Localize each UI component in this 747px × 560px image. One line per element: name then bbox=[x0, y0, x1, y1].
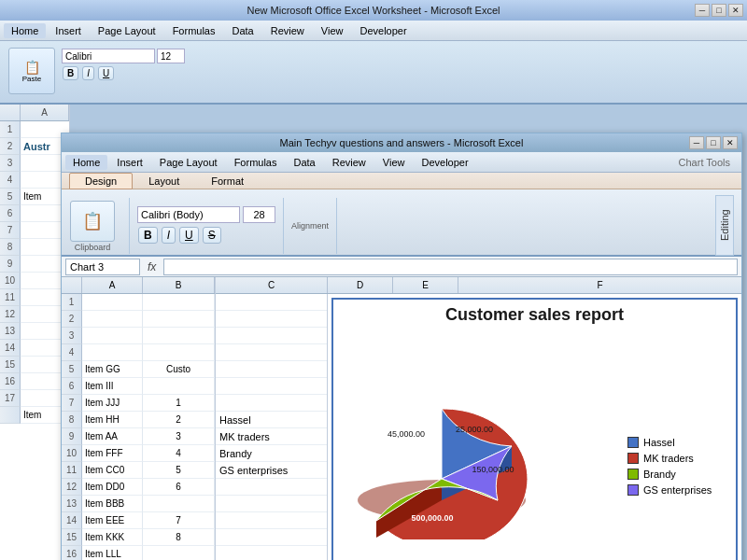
cell-b-5[interactable]: Custo bbox=[143, 361, 215, 378]
cell-c-10[interactable]: Brandy bbox=[216, 445, 327, 462]
chart-box[interactable]: Customer sales report bbox=[331, 298, 738, 560]
cell-a-3[interactable] bbox=[82, 328, 143, 344]
bg-font-name[interactable]: Calibri bbox=[62, 49, 155, 63]
cell-b-13[interactable] bbox=[143, 496, 215, 512]
bg-menu-view[interactable]: View bbox=[314, 23, 351, 38]
cell-a-1[interactable] bbox=[82, 294, 143, 311]
cell-c-3[interactable] bbox=[216, 328, 327, 344]
formula-input[interactable] bbox=[163, 259, 738, 275]
cell-a-5[interactable]: Item GG bbox=[82, 361, 143, 378]
cell-a-13[interactable]: Item BBB bbox=[82, 496, 143, 512]
cell-b-2[interactable] bbox=[143, 311, 215, 328]
bg-italic-btn[interactable]: I bbox=[82, 66, 94, 80]
row-num-14: 14 bbox=[62, 512, 82, 529]
cell-b-10[interactable]: 4 bbox=[143, 445, 215, 462]
inner-close-btn[interactable]: ✕ bbox=[723, 136, 738, 149]
chart-design-tab[interactable]: Design bbox=[69, 173, 133, 189]
font-size-box[interactable]: 28 bbox=[243, 206, 275, 223]
inner-menu-review[interactable]: Review bbox=[325, 155, 374, 170]
font-name-box[interactable]: Calibri (Body) bbox=[137, 206, 240, 223]
cell-c-12[interactable] bbox=[216, 479, 327, 496]
minimize-button[interactable]: ─ bbox=[695, 4, 710, 17]
cell-c-16[interactable] bbox=[216, 546, 327, 560]
cell-b-8[interactable]: 2 bbox=[143, 412, 215, 428]
cell-a-11[interactable]: Item CC0 bbox=[82, 462, 143, 479]
cell-c-1[interactable] bbox=[216, 294, 327, 311]
cell-c-14[interactable] bbox=[216, 512, 327, 529]
cell-a-10[interactable]: Item FFF bbox=[82, 445, 143, 462]
cell-b-11[interactable]: 5 bbox=[143, 462, 215, 479]
cell-c-6[interactable] bbox=[216, 378, 327, 395]
cell-a-6[interactable]: Item III bbox=[82, 378, 143, 395]
cell-c-7[interactable] bbox=[216, 395, 327, 412]
name-box[interactable]: Chart 3 bbox=[65, 259, 140, 275]
bg-menu-formulas[interactable]: Formulas bbox=[165, 23, 223, 38]
cell-c-2[interactable] bbox=[216, 311, 327, 328]
cell-a-14[interactable]: Item EEE bbox=[82, 512, 143, 529]
underline-btn[interactable]: U bbox=[179, 227, 199, 244]
bg-item-6: 6 bbox=[0, 205, 69, 222]
inner-maximize-btn[interactable]: □ bbox=[706, 136, 721, 149]
chart-layout-tab[interactable]: Layout bbox=[133, 173, 195, 189]
bg-menu-insert[interactable]: Insert bbox=[48, 23, 89, 38]
inner-menu-data[interactable]: Data bbox=[286, 155, 322, 170]
excel-inner-window: Main Techyv questions and answers - Micr… bbox=[61, 133, 742, 560]
bg-underline-btn[interactable]: U bbox=[98, 66, 114, 80]
bg-menu-home[interactable]: Home bbox=[4, 23, 46, 38]
maximize-button[interactable]: □ bbox=[712, 4, 726, 17]
cell-b-3[interactable] bbox=[143, 328, 215, 344]
cell-c-4[interactable] bbox=[216, 344, 327, 361]
alignment-group: Alignment bbox=[291, 221, 329, 231]
bold-btn[interactable]: B bbox=[138, 227, 158, 244]
cell-a-4[interactable] bbox=[82, 344, 143, 361]
inner-menu-insert[interactable]: Insert bbox=[109, 155, 150, 170]
inner-window-controls[interactable]: ─ □ ✕ bbox=[689, 136, 738, 149]
cell-c-15[interactable] bbox=[216, 529, 327, 546]
cell-b-15[interactable]: 8 bbox=[143, 529, 215, 546]
bg-menu-data[interactable]: Data bbox=[224, 23, 261, 38]
bg-title-text: New Microsoft Office Excel Worksheet - M… bbox=[247, 5, 500, 16]
cell-b-14[interactable]: 7 bbox=[143, 512, 215, 529]
inner-minimize-btn[interactable]: ─ bbox=[689, 136, 704, 149]
cell-b-7[interactable]: 1 bbox=[143, 395, 215, 412]
chart-title: Customer sales report bbox=[339, 305, 730, 325]
chart-format-tab[interactable]: Format bbox=[195, 173, 260, 189]
cell-b-9[interactable]: 3 bbox=[143, 428, 215, 445]
inner-menu-developer[interactable]: Developer bbox=[414, 155, 475, 170]
cell-a-9[interactable]: Item AA bbox=[82, 428, 143, 445]
cell-a-16[interactable]: Item LLL bbox=[82, 546, 143, 560]
inner-menu-home[interactable]: Home bbox=[65, 155, 107, 170]
cell-c-9[interactable]: MK traders bbox=[216, 428, 327, 445]
row-num-5: 5 bbox=[62, 361, 82, 378]
cell-c-5[interactable] bbox=[216, 361, 327, 378]
cell-a-12[interactable]: Item DD0 bbox=[82, 479, 143, 496]
cell-b-6[interactable] bbox=[143, 378, 215, 395]
bg-bold-btn[interactable]: B bbox=[63, 66, 78, 80]
spreadsheet-body: A B 1 2 3 4 5 Item GG Custo 6 Item III 7… bbox=[62, 277, 741, 560]
cell-a-8[interactable]: Item HH bbox=[82, 412, 143, 428]
cell-c-13[interactable] bbox=[216, 496, 327, 512]
inner-menu-formulas[interactable]: Formulas bbox=[227, 155, 285, 170]
cell-b-1[interactable] bbox=[143, 294, 215, 311]
bg-menu-review[interactable]: Review bbox=[263, 23, 312, 38]
cell-b-4[interactable] bbox=[143, 344, 215, 361]
inner-menu-pagelayout[interactable]: Page Layout bbox=[152, 155, 225, 170]
cell-b-12[interactable]: 6 bbox=[143, 479, 215, 496]
inner-menu-view[interactable]: View bbox=[375, 155, 413, 170]
cell-a-15[interactable]: Item KKK bbox=[82, 529, 143, 546]
cell-c-11[interactable]: GS enterprises bbox=[216, 462, 327, 479]
inner-paste-btn[interactable]: 📋 bbox=[70, 201, 115, 242]
cell-b-16[interactable] bbox=[143, 546, 215, 560]
cell-a-2[interactable] bbox=[82, 311, 143, 328]
bg-menu-pagelayout[interactable]: Page Layout bbox=[91, 23, 163, 38]
bg-menu-developer[interactable]: Developer bbox=[352, 23, 414, 38]
italic-btn[interactable]: I bbox=[162, 227, 176, 244]
cell-c-8[interactable]: Hassel bbox=[216, 412, 327, 428]
bg-paste-btn[interactable]: 📋Paste bbox=[8, 48, 55, 94]
strikethrough-btn[interactable]: S bbox=[203, 227, 221, 244]
bg-font-size[interactable]: 12 bbox=[157, 49, 185, 63]
close-button[interactable]: ✕ bbox=[728, 4, 743, 17]
cell-a-7[interactable]: Item JJJ bbox=[82, 395, 143, 412]
bg-title-bar: New Microsoft Office Excel Worksheet - M… bbox=[0, 0, 747, 21]
bg-window-controls[interactable]: ─ □ ✕ bbox=[695, 4, 743, 17]
